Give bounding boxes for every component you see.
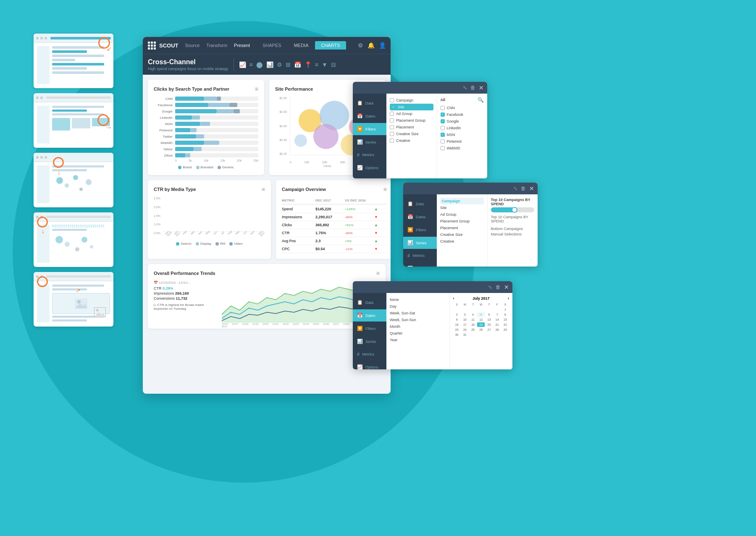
series-resize-icon[interactable]: ⤡ (513, 186, 517, 191)
series-nav-options[interactable]: 📈Options (403, 262, 437, 267)
nav-metrics[interactable]: #Metrics (353, 149, 386, 161)
circle-icon[interactable]: ⬤ (256, 61, 263, 68)
source-link[interactable]: Source (185, 43, 200, 48)
series-slider-handle[interactable] (512, 207, 517, 213)
calendar-icon[interactable]: 📅 (294, 61, 301, 68)
option-creative[interactable]: Creative (390, 137, 433, 144)
checkbox-val-pinterest[interactable] (441, 139, 445, 144)
gran-quarter[interactable]: Quarter (390, 330, 446, 337)
resize-icon[interactable]: ⤡ (463, 85, 467, 91)
pin-icon[interactable]: 📍 (304, 61, 312, 68)
val-msn[interactable]: ✓ MSN (441, 131, 484, 138)
val-linkedin[interactable]: LinkedIn (441, 125, 484, 131)
series-opt-adgroup[interactable]: Ad Group (440, 211, 484, 218)
dates-close-button[interactable]: ✕ (504, 284, 509, 290)
nav-dates[interactable]: 📅Dates (353, 110, 386, 122)
gran-month[interactable]: Month (390, 323, 446, 330)
checkbox-val-linkedin[interactable] (441, 126, 445, 130)
series-nav-series[interactable]: 📊Series (403, 237, 437, 249)
dates-resize-icon[interactable]: ⤡ (488, 284, 492, 290)
wireframe-4[interactable]: ↓ (34, 212, 113, 267)
settings-icon[interactable]: ⚙ (358, 42, 363, 49)
checkbox-creative[interactable] (390, 139, 394, 143)
checkbox-val-cnn[interactable] (441, 106, 445, 110)
dates-nav-data[interactable]: 📋Data (353, 296, 386, 309)
cal-next[interactable]: › (508, 296, 509, 301)
wireframe-5[interactable]: ↗ (34, 272, 113, 327)
val-cnn[interactable]: CNN (441, 105, 484, 111)
search-icon[interactable]: 🔍 (478, 97, 484, 103)
checkbox-site[interactable]: ✓ (391, 105, 396, 109)
gear-icon[interactable]: ⚙ (277, 61, 282, 68)
user-icon[interactable]: 👤 (379, 42, 386, 49)
series-opt-site[interactable]: Site (440, 204, 484, 211)
present-link[interactable]: Present (234, 43, 250, 48)
trends-menu[interactable]: ≡ (376, 270, 380, 277)
series-opt-placement[interactable]: Placement (440, 225, 484, 231)
grid-small-icon[interactable]: ⊞ (286, 61, 291, 68)
clicks-chart-menu[interactable]: ≡ (255, 86, 258, 92)
checkbox-campaign[interactable] (390, 98, 394, 102)
ctr-chart-menu[interactable]: ≡ (262, 186, 265, 193)
delete-icon[interactable]: 🗑 (470, 85, 475, 91)
nav-options[interactable]: 📈Options (353, 162, 386, 174)
option-creative-size[interactable]: Creative Size (390, 131, 433, 137)
wireframe-3[interactable]: ↓ (34, 153, 113, 207)
dates-nav-options[interactable]: 📈Options (353, 361, 386, 369)
series-nav-metrics[interactable]: #Metrics (403, 250, 437, 261)
dates-nav-metrics[interactable]: #Metrics (353, 348, 386, 360)
media-tab[interactable]: MEDIA (288, 41, 315, 50)
series-close-button[interactable]: ✕ (529, 185, 534, 192)
option-placement-group[interactable]: Placement Group (390, 117, 433, 124)
filter-icon[interactable]: ≡ (315, 61, 318, 68)
nav-series[interactable]: 📊Series (353, 136, 386, 148)
val-google[interactable]: ✓ Google (441, 118, 484, 125)
dates-nav-filters[interactable]: 🔽Filters (353, 322, 386, 335)
checkbox-val-msn[interactable]: ✓ (441, 133, 445, 137)
series-opt-campaign[interactable]: Campaign (440, 198, 484, 204)
series-opt-placement-group[interactable]: Placement Group (440, 218, 484, 225)
transform-link[interactable]: Transform (206, 43, 227, 48)
wireframe-2[interactable]: ← (34, 93, 113, 148)
series-nav-filters[interactable]: 🔽Filters (403, 224, 437, 236)
dates-nav-dates[interactable]: 📅Dates (353, 309, 386, 322)
dropdown-icon[interactable]: ▼ (322, 61, 328, 68)
dates-delete-icon[interactable]: 🗑 (496, 284, 501, 290)
series-opt-creative[interactable]: Creative (440, 238, 484, 245)
gran-week-sun-sat[interactable]: Week, Sun-Sat (390, 310, 446, 316)
checkbox-creative-size[interactable] (390, 132, 394, 136)
option-placement[interactable]: Placement (390, 124, 433, 131)
bar-icon[interactable]: 📊 (266, 61, 273, 68)
cal-prev[interactable]: ‹ (453, 296, 454, 301)
bell-icon[interactable]: 🔔 (368, 42, 375, 49)
series-nav-dates[interactable]: 📅Dates (403, 211, 437, 223)
series-opt-creative-size[interactable]: Creative Size (440, 231, 484, 238)
series-nav-data[interactable]: 📋Data (403, 198, 437, 210)
gran-year[interactable]: Year (390, 337, 446, 343)
chart-line-icon[interactable]: 📈 (239, 61, 246, 68)
checkbox-val-webmd[interactable] (441, 146, 445, 150)
option-site[interactable]: ✓ Site (390, 104, 433, 110)
series-delete-icon[interactable]: 🗑 (521, 186, 526, 191)
val-facebook[interactable]: ✓ Facebook (441, 111, 484, 118)
charts-tab[interactable]: CHARTS (315, 41, 346, 50)
checkbox-val-facebook[interactable]: ✓ (441, 112, 445, 117)
option-adgroup[interactable]: Ad Group (390, 110, 433, 117)
close-button[interactable]: ✕ (479, 84, 484, 91)
val-webmd[interactable]: WebMD (441, 145, 484, 152)
nav-data[interactable]: 📋Data (353, 97, 386, 109)
nav-filters[interactable]: 🔽Filters (353, 123, 386, 135)
list-icon[interactable]: ≡ (249, 61, 253, 68)
campaign-overview-menu[interactable]: ≡ (383, 186, 387, 193)
shapes-tab[interactable]: SHAPES (257, 41, 287, 50)
layout-icon[interactable]: ⊟ (331, 61, 336, 68)
val-pinterest[interactable]: Pinterest (441, 138, 484, 145)
option-campaign[interactable]: Campaign (390, 97, 433, 104)
checkbox-placement-group[interactable] (390, 118, 394, 123)
wireframe-1[interactable]: ↙ (34, 34, 113, 88)
dates-nav-series[interactable]: 📊Series (353, 335, 386, 348)
checkbox-val-google[interactable]: ✓ (441, 119, 445, 123)
gran-none[interactable]: None (390, 296, 446, 303)
gran-day[interactable]: Day (390, 303, 446, 310)
gran-week-sun-sun[interactable]: Week, Sun-Sun (390, 316, 446, 323)
